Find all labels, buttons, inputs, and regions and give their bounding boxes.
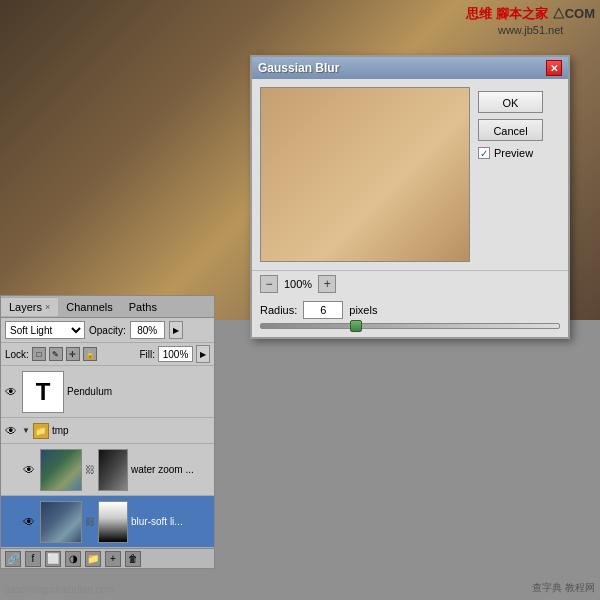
fill-input[interactable]: [158, 346, 193, 362]
tab-channels[interactable]: Channels: [58, 298, 120, 316]
radius-input[interactable]: [303, 301, 343, 319]
layer-style-icon[interactable]: f: [25, 551, 41, 567]
zoom-out-button[interactable]: −: [260, 275, 278, 293]
layers-panel: Layers × Channels Paths Soft Light Opaci…: [0, 295, 215, 569]
watermark-bottom-right: 查字典 教程网: [532, 581, 595, 595]
mask-thumb-blur: [98, 501, 128, 543]
layer-thumb-pendulum: T: [22, 371, 64, 413]
mask-thumb-water: [98, 449, 128, 491]
slider-row: [252, 321, 568, 337]
layer-name-blur: blur-soft li...: [131, 516, 212, 527]
fill-label: Fill:: [139, 349, 155, 360]
radius-slider-thumb[interactable]: [350, 320, 362, 332]
ok-button[interactable]: OK: [478, 91, 543, 113]
folder-row-tmp[interactable]: 👁 ▼ 📁 tmp: [1, 418, 214, 444]
lock-position-icon[interactable]: ✛: [66, 347, 80, 361]
folder-name-tmp: tmp: [52, 425, 212, 436]
lock-all-icon[interactable]: 🔒: [83, 347, 97, 361]
radius-slider-track[interactable]: [260, 323, 560, 329]
watermark-top: 思维 腳本之家 △COM www.jb51.net: [466, 5, 595, 39]
close-layers-icon[interactable]: ×: [45, 302, 50, 312]
add-mask-icon[interactable]: ⬜: [45, 551, 61, 567]
layer-thumb-water: [40, 449, 82, 491]
dialog-preview-area: [260, 87, 470, 262]
lock-fill-row: Lock: □ ✎ ✛ 🔒 Fill: ▶: [1, 343, 214, 366]
layer-row-water[interactable]: 👁 ⛓ water zoom ...: [1, 444, 214, 496]
dialog-titlebar: Gaussian Blur ✕: [252, 57, 568, 79]
zoom-in-button[interactable]: +: [318, 275, 336, 293]
blend-opacity-row: Soft Light Opacity: ▶: [1, 318, 214, 343]
lock-label: Lock:: [5, 349, 29, 360]
visibility-icon-tmp[interactable]: 👁: [3, 423, 19, 439]
opacity-arrow[interactable]: ▶: [169, 321, 183, 339]
watermark-site1: 思维 腳本之家 △COM: [466, 5, 595, 23]
lock-transparent-icon[interactable]: □: [32, 347, 46, 361]
visibility-icon-pendulum[interactable]: 👁: [3, 384, 19, 400]
preview-checkbox[interactable]: ✓: [478, 147, 490, 159]
link-layers-icon[interactable]: 🔗: [5, 551, 21, 567]
zoom-value: 100%: [284, 278, 312, 290]
dialog-title: Gaussian Blur: [258, 61, 339, 75]
radius-label: Radius:: [260, 304, 297, 316]
opacity-input[interactable]: [130, 321, 165, 339]
layer-thumb-blur: [40, 501, 82, 543]
cancel-button[interactable]: Cancel: [478, 119, 543, 141]
dialog-sidebar: OK Cancel ✓ Preview: [478, 87, 543, 262]
panel-tabs: Layers × Channels Paths: [1, 296, 214, 318]
preview-label: Preview: [494, 147, 533, 159]
new-group-icon[interactable]: 📁: [85, 551, 101, 567]
preview-checkbox-row: ✓ Preview: [478, 147, 543, 159]
pixels-label: pixels: [349, 304, 377, 316]
adjustment-layer-icon[interactable]: ◑: [65, 551, 81, 567]
layer-row-pendulum[interactable]: 👁 T Pendulum: [1, 366, 214, 418]
blend-mode-select[interactable]: Soft Light: [5, 321, 85, 339]
layer-row-blur[interactable]: 👁 ⛓ blur-soft li...: [1, 496, 214, 548]
opacity-label: Opacity:: [89, 325, 126, 336]
dialog-body: OK Cancel ✓ Preview: [252, 79, 568, 270]
visibility-icon-blur[interactable]: 👁: [21, 514, 37, 530]
zoom-controls: − 100% +: [252, 270, 568, 297]
tab-paths[interactable]: Paths: [121, 298, 165, 316]
expand-arrow-tmp[interactable]: ▼: [22, 426, 30, 435]
tab-layers[interactable]: Layers ×: [1, 297, 58, 316]
new-layer-icon[interactable]: +: [105, 551, 121, 567]
visibility-icon-water[interactable]: 👁: [21, 462, 37, 478]
watermark-url: www.jb51.net: [466, 23, 595, 38]
layers-bottom-bar: 🔗 f ⬜ ◑ 📁 + 🗑: [1, 548, 214, 568]
layer-name-water: water zoom ...: [131, 464, 212, 475]
delete-layer-icon[interactable]: 🗑: [125, 551, 141, 567]
fill-arrow[interactable]: ▶: [196, 345, 210, 363]
folder-icon-tmp: 📁: [33, 423, 49, 439]
chain-icon-water: ⛓: [85, 464, 95, 475]
lock-pixels-icon[interactable]: ✎: [49, 347, 63, 361]
layer-name-pendulum: Pendulum: [67, 386, 212, 397]
watermark-bottom-left: jiaocheng.chazidian.com: [5, 584, 115, 595]
gaussian-blur-dialog: Gaussian Blur ✕ OK Cancel ✓ Preview − 10…: [250, 55, 570, 339]
chain-icon-blur: ⛓: [85, 516, 95, 527]
dialog-close-button[interactable]: ✕: [546, 60, 562, 76]
radius-row: Radius: pixels: [252, 297, 568, 321]
